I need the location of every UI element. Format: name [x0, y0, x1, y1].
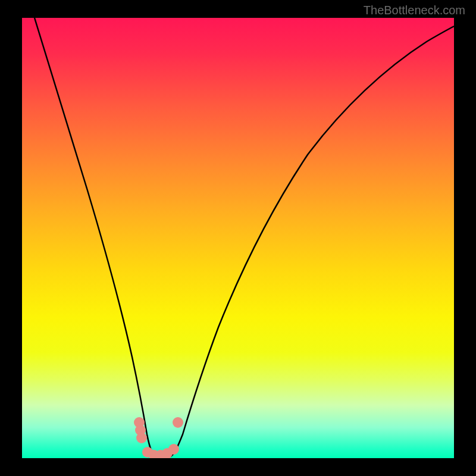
data-marker	[136, 433, 147, 443]
bottleneck-curve	[35, 18, 454, 458]
marker-group	[134, 417, 183, 458]
data-marker	[168, 444, 179, 455]
watermark-text: TheBottleneck.com	[364, 4, 465, 17]
data-marker	[173, 417, 183, 428]
chart-svg	[22, 18, 454, 458]
plot-area	[22, 18, 454, 458]
